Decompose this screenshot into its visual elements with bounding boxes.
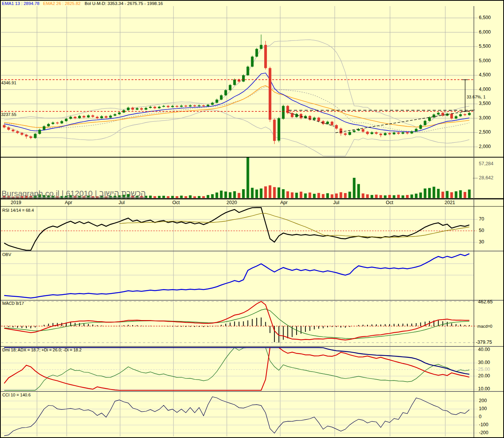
x-axis-label: Oct xyxy=(386,200,393,206)
price-axis-label: 6,500 xyxy=(479,15,491,21)
dmi-axis-label: 25.00 xyxy=(478,367,490,372)
x-axis-label: Apr xyxy=(280,200,287,206)
macd-axis-label: -379.75 xyxy=(476,340,492,345)
x-axis-label: Jul xyxy=(119,200,125,206)
dmi-axis-label: 40.00 xyxy=(478,347,490,353)
price-axis-label: 4,500 xyxy=(479,72,491,78)
rsi-axis-label: 50 xyxy=(479,228,484,233)
volume-axis-label: 28,642 xyxy=(479,176,493,181)
dmi-axis-label: 10.00 xyxy=(478,386,490,392)
header-ema2-label: EMA2 26 : 2825.82 xyxy=(43,1,80,6)
watermark: Bursagraph.co.il | 612010 | הכשרת הישוב xyxy=(2,189,146,198)
measure-annotation-label: 33.67%, 1 xyxy=(467,95,486,99)
x-axis-label: Apr xyxy=(65,200,72,206)
price-axis-label: 4,000 xyxy=(479,87,491,92)
volume-axis-label: 57,284 xyxy=(479,161,493,167)
obv-panel-label: OBV xyxy=(2,252,11,257)
price-axis-label: 6,000 xyxy=(479,30,491,35)
macd-panel-label: MACD 8/17 xyxy=(2,301,24,306)
x-axis-label: 2020 xyxy=(226,200,237,206)
x-axis-label: 2021 xyxy=(445,200,455,206)
price-axis-label: 5,000 xyxy=(479,58,491,64)
price-axis-label: 2,000 xyxy=(479,144,491,150)
cci-axis-label: -100 xyxy=(479,422,488,428)
header-bollinger-label: Bol U-M-D: 3353.34 - 2675.75 - 1998.16 xyxy=(85,1,163,6)
price-axis-label: 3,500 xyxy=(479,101,491,106)
cci-axis-label: 200 xyxy=(479,398,487,404)
price-level-label-lower: 3237.55 xyxy=(1,112,16,117)
dmi-axis-label: 20.00 xyxy=(478,374,490,379)
price-axis-label: 5,500 xyxy=(479,44,491,49)
chart-root: EMA1 13 : 2894.78 EMA2 26 : 2825.82 Bol … xyxy=(0,0,504,438)
rsi-axis-label: 70 xyxy=(479,217,484,222)
cci-axis-label: 0 xyxy=(479,414,482,420)
price-axis-label: 2,500 xyxy=(479,130,491,135)
chart-svg xyxy=(0,0,504,438)
rsi-axis-label: 30 xyxy=(479,240,484,245)
x-axis-label: 2019 xyxy=(11,200,21,206)
dmi-axis-label: 30.00 xyxy=(478,360,490,366)
price-level-label-upper: 4346.91 xyxy=(1,81,16,85)
cci-axis-label: 100 xyxy=(479,406,487,412)
price-axis-label: 3,000 xyxy=(479,116,491,121)
macd-zero-label: macd=0 xyxy=(477,324,492,328)
x-axis-label: Jul xyxy=(333,200,339,206)
header-ema1-label: EMA1 13 : 2894.78 xyxy=(2,1,39,6)
dmi-panel-label: Dmi 18; ADX = 18.7; +Di = 26.0; -Di = 18… xyxy=(2,348,82,352)
macd-axis-label: 462.65 xyxy=(478,300,493,305)
cci-axis-label: -200 xyxy=(479,430,488,436)
cci-panel-label: CCI 10 = 140.6 xyxy=(2,393,30,397)
x-axis-label: Oct xyxy=(172,200,180,206)
rsi-panel-label: RSI 14/14 = 68.4 xyxy=(2,208,34,213)
